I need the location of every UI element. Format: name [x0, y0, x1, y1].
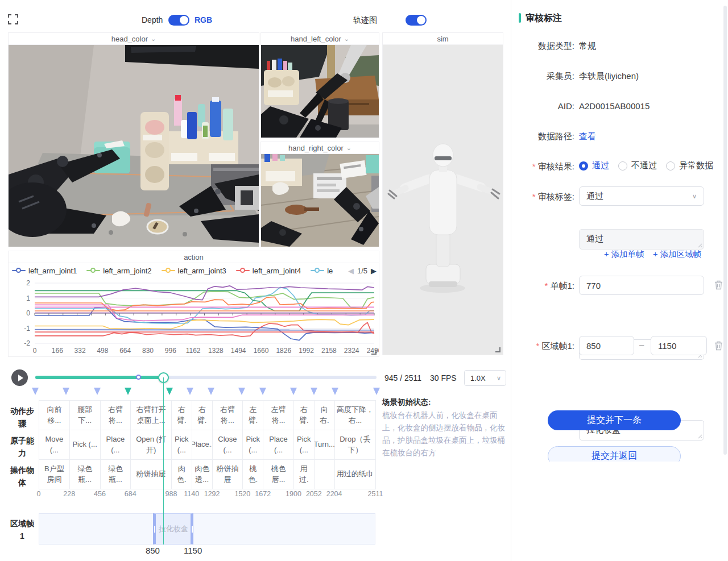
legend-series-icon: [86, 268, 100, 273]
legend-item-label: left_arm_joint1: [28, 267, 77, 275]
hand-right-camera-select[interactable]: hand_right_color⌄: [261, 142, 379, 154]
submit-back-button[interactable]: 提交并返回: [548, 446, 681, 462]
timeline-marker[interactable]: [94, 388, 101, 395]
single-frame-dot-marker[interactable]: [136, 375, 141, 380]
frame-axis-label: 1292: [204, 490, 220, 498]
legend-series-icon: [311, 268, 324, 273]
region-start-input[interactable]: 850: [579, 336, 634, 355]
timeline-marker[interactable]: [259, 388, 266, 395]
legend-series-icon: [12, 268, 26, 273]
legend-item-left_arm_joint4[interactable]: left_arm_joint4: [236, 267, 301, 275]
add-region-frame-link[interactable]: + 添加区域帧: [653, 249, 701, 260]
review-tag-note[interactable]: 通过: [579, 229, 704, 250]
hand-right-camera-view: [261, 154, 379, 247]
data-path-link[interactable]: 查看: [579, 131, 596, 142]
radio-label: 不通过: [631, 160, 657, 171]
chart-legend: left_arm_joint1left_arm_joint2left_arm_j…: [12, 264, 377, 277]
panel-scrollbar[interactable]: [723, 6, 727, 455]
table-cell: Place..: [192, 430, 213, 460]
timeline-marker[interactable]: [373, 388, 380, 395]
review-tag-value: 通过: [586, 191, 603, 202]
y-tick-label: 2: [13, 279, 30, 287]
table-cell: Close (...: [212, 430, 243, 460]
timeline-marker[interactable]: [125, 388, 131, 395]
review-tag-select[interactable]: 通过∨: [579, 186, 704, 206]
legend-item-left_arm_joint1[interactable]: left_arm_joint1: [12, 267, 77, 275]
chart-resize-handle-icon[interactable]: [371, 350, 377, 355]
radio-option-通过[interactable]: 通过: [579, 160, 609, 171]
chart-plot-area: [9, 279, 379, 347]
play-button[interactable]: [11, 369, 28, 386]
timeline-marker[interactable]: [63, 388, 69, 395]
legend-item-label: left_arm_joint3: [178, 267, 226, 275]
timeline-marker[interactable]: [32, 388, 39, 395]
region-end-value: 1150: [658, 341, 676, 351]
x-tick-label: 2158: [316, 347, 341, 355]
legend-series-icon: [236, 268, 250, 273]
timeline-marker[interactable]: [187, 388, 193, 395]
radio-option-异常数据[interactable]: 异常数据: [666, 160, 713, 171]
legend-item-left_arm_joint2[interactable]: left_arm_joint2: [86, 267, 151, 275]
single-frame-input[interactable]: 770: [579, 276, 704, 295]
radio-selected-icon[interactable]: [579, 161, 588, 171]
radio-icon[interactable]: [666, 161, 675, 171]
row-label-1: 动作步骤: [9, 405, 35, 430]
hand-left-camera-title: hand_left_color: [291, 35, 341, 43]
review-field-value: 李轶晨(liyichen): [579, 71, 639, 82]
table-cell: 向右.: [314, 400, 335, 430]
legend-prev-icon[interactable]: ◀: [348, 267, 354, 275]
legend-series-icon: [162, 268, 175, 273]
hand-left-camera-panel: hand_left_color⌄: [260, 32, 379, 138]
chevron-down-icon: ∨: [692, 193, 697, 200]
legend-item-le[interactable]: le: [311, 267, 333, 275]
segment-left-grip[interactable]: [154, 526, 155, 533]
timeline-marker[interactable]: [238, 388, 245, 395]
table-cell: 腰部下...: [69, 400, 101, 430]
head-camera-view: [9, 45, 259, 247]
timeline-marker[interactable]: [166, 388, 173, 395]
table-cell: 绿色瓶...: [100, 459, 131, 489]
table-cell: 左臂将...: [263, 400, 294, 430]
legend-item-left_arm_joint3[interactable]: left_arm_joint3: [162, 267, 226, 275]
region-segment[interactable]: 拉化妆盒: [153, 513, 193, 545]
hand-left-camera-view: [261, 45, 379, 138]
add-single-frame-link[interactable]: + 添加单帧: [604, 249, 644, 260]
delete-region-frame-icon[interactable]: [714, 341, 723, 351]
playhead-line[interactable]: [163, 377, 164, 545]
head-camera-title: head_color: [111, 35, 148, 43]
region-frame-label: 区域帧1:: [511, 341, 574, 352]
radio-label: 通过: [592, 160, 609, 171]
radio-option-不通过[interactable]: 不通过: [618, 160, 657, 171]
sim-resize-handle-icon[interactable]: [495, 347, 500, 352]
region-start-value: 850: [586, 341, 601, 351]
trajectory-toggle[interactable]: [406, 15, 427, 26]
head-camera-select[interactable]: head_color⌄: [9, 33, 259, 45]
x-tick-label: 166: [45, 347, 70, 355]
timeline-marker[interactable]: [311, 388, 317, 395]
hand-right-camera-title: hand_right_color: [288, 144, 344, 152]
radio-icon[interactable]: [618, 161, 627, 171]
segment-right-grip[interactable]: [192, 526, 193, 533]
region-band-label: 区域帧1: [9, 517, 35, 543]
range-dash: –: [639, 340, 644, 350]
speed-select[interactable]: 1.0X∨: [464, 370, 506, 386]
timeline-marker[interactable]: [208, 388, 214, 395]
play-icon: [18, 375, 23, 381]
delete-single-frame-icon[interactable]: [714, 280, 723, 290]
table-cell: 高度下降，右...: [334, 400, 376, 430]
single-frame-label: 单帧1:: [511, 281, 574, 292]
review-field-value: 常规: [579, 41, 596, 52]
table-cell: 粉饼抽屉: [130, 459, 172, 489]
chart-series-line: [35, 319, 374, 329]
legend-next-icon[interactable]: ▶: [371, 267, 377, 275]
submit-next-button[interactable]: 提交并下一条: [548, 410, 681, 430]
fullscreen-icon[interactable]: [8, 14, 18, 24]
hand-left-camera-select[interactable]: hand_left_color⌄: [261, 33, 379, 45]
x-tick-label: 1162: [181, 347, 206, 355]
y-tick-label: 0: [13, 309, 30, 317]
timeline-marker[interactable]: [290, 388, 297, 395]
timeline-marker[interactable]: [332, 388, 338, 395]
table-cell: Open (打开): [130, 430, 172, 460]
region-end-input[interactable]: 1150: [651, 336, 707, 355]
depth-rgb-toggle[interactable]: [168, 15, 189, 26]
